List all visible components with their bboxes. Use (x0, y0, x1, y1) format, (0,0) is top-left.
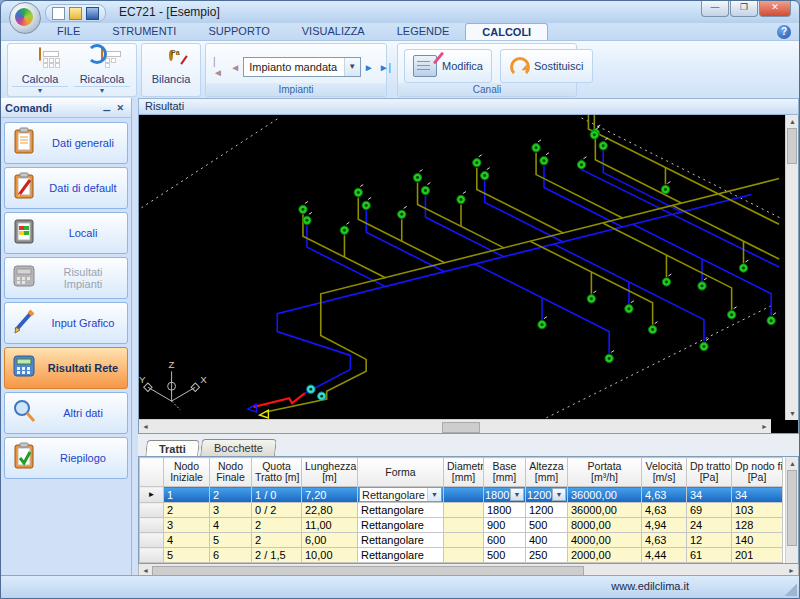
combo-arrow-icon[interactable]: ▼ (552, 488, 566, 501)
viewport-hscroll-thumb[interactable] (442, 422, 480, 433)
terminal-node[interactable] (354, 185, 363, 197)
table-tab-bocchette[interactable]: Bocchette (200, 439, 277, 456)
table-row[interactable]: 4526,00Rettangolare6004004000,004,631214… (140, 533, 783, 548)
cell-altezza[interactable]: 250 (526, 548, 568, 563)
grid-vscroll-thumb[interactable] (787, 470, 797, 546)
viewport-horizontal-scrollbar[interactable]: ◄ ► (139, 419, 771, 433)
column-header-nodo[interactable]: NodoFinale (210, 458, 252, 487)
terminal-node[interactable] (481, 168, 490, 180)
row-selector[interactable] (140, 533, 164, 548)
cell-altezza[interactable]: 500 (526, 518, 568, 533)
scroll-up-icon[interactable]: ▲ (786, 115, 799, 128)
terminal-node[interactable] (421, 183, 430, 195)
terminal-node[interactable] (540, 153, 549, 165)
terminal-node[interactable] (299, 201, 308, 213)
ricalcola-dropdown[interactable]: ▼ (74, 86, 130, 94)
sidebar-item-dati-di-default[interactable]: Dati di default (4, 167, 128, 209)
cell-forma[interactable]: Rettangolare (358, 548, 444, 563)
terminal-node[interactable] (413, 170, 422, 182)
help-button[interactable]: ? (777, 25, 791, 39)
restore-button[interactable]: ❐ (730, 1, 758, 17)
cell-base[interactable]: 900 (484, 518, 526, 533)
column-header-nodo[interactable]: NodoIniziale (164, 458, 210, 487)
tab-visualizza[interactable]: VISUALIZZA (286, 23, 381, 40)
sidebar-item-riepilogo[interactable]: Riepilogo (4, 437, 128, 479)
new-document-icon[interactable] (52, 7, 65, 20)
combo-arrow-icon[interactable]: ▼ (427, 488, 441, 501)
first-impianto-button[interactable]: |◄ (211, 56, 227, 78)
app-logo-orb[interactable] (9, 2, 41, 34)
viewport-vertical-scrollbar[interactable]: ▲ ▼ (785, 115, 798, 420)
tab-supporto[interactable]: SUPPORTO (192, 23, 285, 40)
cell-base[interactable]: 600 (484, 533, 526, 548)
terminal-node[interactable] (340, 222, 349, 234)
column-header-lunghezza[interactable]: Lunghezza[m] (302, 458, 358, 487)
tab-legende[interactable]: LEGENDE (381, 23, 466, 40)
row-selector[interactable]: ► (140, 487, 164, 503)
scroll-down-icon[interactable]: ▼ (786, 407, 799, 420)
cell-forma[interactable]: Rettangolare▼ (358, 487, 444, 503)
terminal-node[interactable] (599, 138, 608, 150)
website-link[interactable]: www.edilclima.it (611, 580, 689, 592)
column-header-quota[interactable]: QuotaTratto [m] (252, 458, 302, 487)
terminal-node[interactable] (457, 191, 466, 203)
prev-impianto-button[interactable]: ◄ (228, 62, 242, 73)
minimize-button[interactable]: — (701, 1, 729, 17)
junction-node[interactable] (307, 385, 315, 393)
table-row[interactable]: 562 / 1,510,00Rettangolare5002502000,004… (140, 548, 783, 563)
column-header-dp-tratto[interactable]: Dp tratto[Pa] (687, 458, 732, 487)
forma-combobox[interactable]: Rettangolare▼ (359, 487, 442, 502)
modifica-button[interactable]: Modifica (404, 49, 492, 83)
row-selector[interactable] (140, 503, 164, 518)
table-row[interactable]: 34211,00Rettangolare9005008000,004,94241… (140, 518, 783, 533)
scroll-left-icon[interactable]: ◄ (139, 423, 152, 430)
open-folder-icon[interactable] (69, 7, 82, 20)
sidebar-item-dati-generali[interactable]: Dati generali (4, 122, 128, 164)
grid-vertical-scrollbar[interactable]: ▲ ▼ (785, 457, 798, 564)
column-header-dp-nodo-fin-[interactable]: Dp nodo fin.[Pa] (732, 458, 783, 487)
sidebar-item-altri-dati[interactable]: Altri dati (4, 392, 128, 434)
calcola-dropdown[interactable]: ▼ (12, 86, 68, 94)
tab-file[interactable]: FILE (41, 23, 96, 40)
scroll-right-icon[interactable]: ► (758, 423, 771, 430)
cell-forma[interactable]: Rettangolare (358, 518, 444, 533)
row-selector[interactable] (140, 548, 164, 563)
column-header-velocit-[interactable]: Velocità[m/s] (642, 458, 687, 487)
resize-grip[interactable] (785, 584, 797, 596)
grid-scroll-down-icon[interactable]: ▼ (786, 562, 799, 564)
cell-base[interactable]: 1800▼ (484, 487, 526, 503)
terminal-node[interactable] (398, 206, 407, 218)
sidebar-item-locali[interactable]: Locali (4, 212, 128, 254)
cell-altezza[interactable]: 1200 (526, 503, 568, 518)
column-header-altezza[interactable]: Altezza[mm] (526, 458, 568, 487)
tab-calcoli[interactable]: CALCOLI (465, 23, 548, 41)
terminal-node[interactable] (473, 155, 482, 167)
junction-node[interactable] (318, 392, 326, 400)
close-button[interactable]: ✕ (759, 1, 791, 17)
pin-icon[interactable]: ⚊ (99, 103, 113, 113)
terminal-node[interactable] (303, 212, 312, 224)
column-header-base[interactable]: Base[mm] (484, 458, 526, 487)
cell-base[interactable]: 500 (484, 548, 526, 563)
combo-arrow-icon[interactable]: ▼ (344, 58, 360, 76)
next-impianto-button[interactable]: ► (362, 62, 376, 73)
column-header-portata[interactable]: Portata[m³/h] (568, 458, 642, 487)
save-icon[interactable] (86, 7, 99, 20)
column-header-diametro[interactable]: Diametro[mm] (444, 458, 484, 487)
table-row[interactable]: ►121 / 07,20Rettangolare▼1800▼1200▼36000… (140, 487, 783, 503)
impianto-combobox[interactable]: Impianto mandata ▼ (243, 57, 361, 77)
bilancia-button[interactable]: Pa Bilancia (143, 47, 199, 85)
grid-scroll-left-icon[interactable]: ◄ (139, 567, 152, 574)
terminal-node[interactable] (362, 197, 371, 209)
tab-strumenti[interactable]: STRUMENTI (96, 23, 192, 40)
viewport-vscroll-thumb[interactable] (787, 128, 797, 164)
grid-scroll-up-icon[interactable]: ▲ (786, 457, 799, 470)
column-header-forma[interactable]: Forma (358, 458, 444, 487)
table-row[interactable]: 230 / 222,80Rettangolare1800120036000,00… (140, 503, 783, 518)
close-panel-icon[interactable]: ✕ (113, 103, 127, 113)
table-tab-tratti[interactable]: Tratti (145, 440, 200, 457)
row-selector[interactable] (140, 518, 164, 533)
grid-scroll-right-icon[interactable]: ► (785, 567, 798, 574)
terminal-node[interactable] (577, 157, 586, 169)
cell-altezza[interactable]: 400 (526, 533, 568, 548)
